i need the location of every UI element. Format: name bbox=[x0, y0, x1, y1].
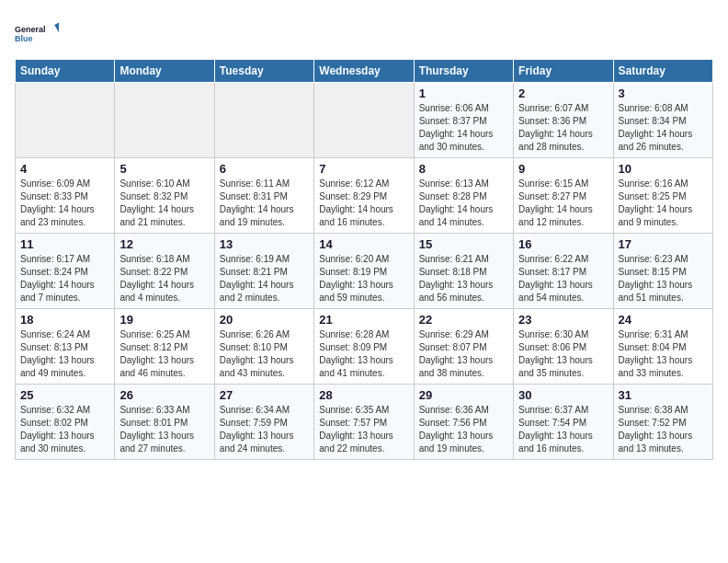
day-number: 27 bbox=[220, 388, 309, 402]
calendar-cell: 25Sunrise: 6:32 AM Sunset: 8:02 PM Dayli… bbox=[16, 385, 115, 460]
weekday-header: Tuesday bbox=[214, 60, 313, 83]
day-number: 5 bbox=[119, 162, 209, 176]
calendar-table: SundayMondayTuesdayWednesdayThursdayFrid… bbox=[15, 59, 713, 460]
day-info: Sunrise: 6:36 AM Sunset: 7:56 PM Dayligh… bbox=[419, 404, 508, 455]
day-info: Sunrise: 6:13 AM Sunset: 8:28 PM Dayligh… bbox=[419, 178, 508, 229]
calendar-cell: 31Sunrise: 6:38 AM Sunset: 7:52 PM Dayli… bbox=[613, 385, 712, 460]
calendar-cell: 20Sunrise: 6:26 AM Sunset: 8:10 PM Dayli… bbox=[214, 309, 313, 385]
svg-marker-2 bbox=[54, 22, 59, 34]
calendar-cell: 27Sunrise: 6:34 AM Sunset: 7:59 PM Dayli… bbox=[214, 385, 313, 460]
calendar-cell bbox=[115, 83, 214, 158]
day-number: 11 bbox=[20, 237, 109, 251]
day-info: Sunrise: 6:25 AM Sunset: 8:12 PM Dayligh… bbox=[119, 328, 209, 380]
calendar-week-row: 4Sunrise: 6:09 AM Sunset: 8:33 PM Daylig… bbox=[16, 158, 713, 234]
day-number: 23 bbox=[518, 313, 608, 327]
day-number: 12 bbox=[119, 237, 209, 251]
weekday-header: Friday bbox=[514, 60, 613, 83]
calendar-cell: 5Sunrise: 6:10 AM Sunset: 8:32 PM Daylig… bbox=[115, 158, 214, 234]
day-number: 30 bbox=[518, 388, 608, 402]
day-number: 24 bbox=[619, 313, 708, 327]
day-info: Sunrise: 6:19 AM Sunset: 8:21 PM Dayligh… bbox=[220, 253, 309, 304]
day-number: 9 bbox=[518, 162, 608, 176]
day-info: Sunrise: 6:35 AM Sunset: 7:57 PM Dayligh… bbox=[319, 404, 408, 455]
weekday-header: Thursday bbox=[414, 60, 513, 83]
svg-text:General: General bbox=[15, 25, 46, 34]
calendar-header-row: SundayMondayTuesdayWednesdayThursdayFrid… bbox=[16, 60, 713, 83]
calendar-cell: 15Sunrise: 6:21 AM Sunset: 8:18 PM Dayli… bbox=[414, 234, 513, 309]
day-info: Sunrise: 6:30 AM Sunset: 8:06 PM Dayligh… bbox=[518, 328, 608, 380]
day-info: Sunrise: 6:08 AM Sunset: 8:34 PM Dayligh… bbox=[619, 102, 708, 154]
calendar-cell: 21Sunrise: 6:28 AM Sunset: 8:09 PM Dayli… bbox=[314, 309, 414, 385]
calendar-cell: 1Sunrise: 6:06 AM Sunset: 8:37 PM Daylig… bbox=[414, 83, 513, 158]
calendar-week-row: 18Sunrise: 6:24 AM Sunset: 8:13 PM Dayli… bbox=[16, 309, 713, 385]
svg-text:Blue: Blue bbox=[15, 34, 33, 43]
weekday-header: Sunday bbox=[16, 60, 115, 83]
day-info: Sunrise: 6:16 AM Sunset: 8:25 PM Dayligh… bbox=[619, 178, 708, 229]
calendar-cell: 3Sunrise: 6:08 AM Sunset: 8:34 PM Daylig… bbox=[613, 83, 712, 158]
day-info: Sunrise: 6:28 AM Sunset: 8:09 PM Dayligh… bbox=[319, 328, 408, 380]
day-info: Sunrise: 6:17 AM Sunset: 8:24 PM Dayligh… bbox=[20, 253, 109, 304]
day-number: 28 bbox=[319, 388, 408, 402]
day-number: 13 bbox=[220, 237, 309, 251]
day-info: Sunrise: 6:34 AM Sunset: 7:59 PM Dayligh… bbox=[220, 404, 309, 455]
day-info: Sunrise: 6:20 AM Sunset: 8:19 PM Dayligh… bbox=[319, 253, 408, 304]
calendar-cell: 7Sunrise: 6:12 AM Sunset: 8:29 PM Daylig… bbox=[314, 158, 414, 234]
day-number: 17 bbox=[619, 237, 708, 251]
day-number: 26 bbox=[119, 388, 209, 402]
calendar-cell: 14Sunrise: 6:20 AM Sunset: 8:19 PM Dayli… bbox=[314, 234, 414, 309]
calendar-week-row: 1Sunrise: 6:06 AM Sunset: 8:37 PM Daylig… bbox=[16, 83, 713, 158]
calendar-cell: 22Sunrise: 6:29 AM Sunset: 8:07 PM Dayli… bbox=[414, 309, 513, 385]
day-info: Sunrise: 6:18 AM Sunset: 8:22 PM Dayligh… bbox=[119, 253, 209, 304]
calendar-cell: 30Sunrise: 6:37 AM Sunset: 7:54 PM Dayli… bbox=[514, 385, 613, 460]
calendar-cell: 6Sunrise: 6:11 AM Sunset: 8:31 PM Daylig… bbox=[214, 158, 313, 234]
calendar-cell: 9Sunrise: 6:15 AM Sunset: 8:27 PM Daylig… bbox=[514, 158, 613, 234]
day-info: Sunrise: 6:32 AM Sunset: 8:02 PM Dayligh… bbox=[20, 404, 109, 455]
day-number: 20 bbox=[220, 313, 309, 327]
day-info: Sunrise: 6:33 AM Sunset: 8:01 PM Dayligh… bbox=[119, 404, 209, 455]
day-info: Sunrise: 6:22 AM Sunset: 8:17 PM Dayligh… bbox=[518, 253, 608, 304]
calendar-cell: 13Sunrise: 6:19 AM Sunset: 8:21 PM Dayli… bbox=[214, 234, 313, 309]
day-info: Sunrise: 6:29 AM Sunset: 8:07 PM Dayligh… bbox=[419, 328, 508, 380]
day-info: Sunrise: 6:10 AM Sunset: 8:32 PM Dayligh… bbox=[119, 178, 209, 229]
day-number: 15 bbox=[419, 237, 508, 251]
page-header: General Blue bbox=[15, 15, 713, 52]
calendar-cell: 4Sunrise: 6:09 AM Sunset: 8:33 PM Daylig… bbox=[16, 158, 115, 234]
calendar-cell: 24Sunrise: 6:31 AM Sunset: 8:04 PM Dayli… bbox=[613, 309, 712, 385]
day-number: 21 bbox=[319, 313, 408, 327]
day-info: Sunrise: 6:21 AM Sunset: 8:18 PM Dayligh… bbox=[419, 253, 508, 304]
day-number: 10 bbox=[619, 162, 708, 176]
day-info: Sunrise: 6:12 AM Sunset: 8:29 PM Dayligh… bbox=[319, 178, 408, 229]
weekday-header: Saturday bbox=[613, 60, 712, 83]
day-number: 6 bbox=[220, 162, 309, 176]
day-number: 1 bbox=[419, 86, 508, 100]
calendar-cell bbox=[16, 83, 115, 158]
day-number: 19 bbox=[119, 313, 209, 327]
day-info: Sunrise: 6:38 AM Sunset: 7:52 PM Dayligh… bbox=[619, 404, 708, 455]
calendar-cell: 17Sunrise: 6:23 AM Sunset: 8:15 PM Dayli… bbox=[613, 234, 712, 309]
calendar-cell: 8Sunrise: 6:13 AM Sunset: 8:28 PM Daylig… bbox=[414, 158, 513, 234]
day-info: Sunrise: 6:26 AM Sunset: 8:10 PM Dayligh… bbox=[220, 328, 309, 380]
day-number: 7 bbox=[319, 162, 408, 176]
day-number: 31 bbox=[619, 388, 708, 402]
day-number: 14 bbox=[319, 237, 408, 251]
calendar-cell: 11Sunrise: 6:17 AM Sunset: 8:24 PM Dayli… bbox=[16, 234, 115, 309]
calendar-cell: 12Sunrise: 6:18 AM Sunset: 8:22 PM Dayli… bbox=[115, 234, 214, 309]
day-info: Sunrise: 6:07 AM Sunset: 8:36 PM Dayligh… bbox=[518, 102, 608, 154]
logo: General Blue bbox=[15, 15, 59, 52]
weekday-header: Wednesday bbox=[314, 60, 414, 83]
day-number: 8 bbox=[419, 162, 508, 176]
day-number: 29 bbox=[419, 388, 508, 402]
calendar-cell: 16Sunrise: 6:22 AM Sunset: 8:17 PM Dayli… bbox=[514, 234, 613, 309]
day-info: Sunrise: 6:15 AM Sunset: 8:27 PM Dayligh… bbox=[518, 178, 608, 229]
calendar-cell bbox=[314, 83, 414, 158]
day-number: 18 bbox=[20, 313, 109, 327]
day-info: Sunrise: 6:06 AM Sunset: 8:37 PM Dayligh… bbox=[419, 102, 508, 154]
calendar-cell: 26Sunrise: 6:33 AM Sunset: 8:01 PM Dayli… bbox=[115, 385, 214, 460]
calendar-cell: 29Sunrise: 6:36 AM Sunset: 7:56 PM Dayli… bbox=[414, 385, 513, 460]
logo-icon: General Blue bbox=[15, 15, 59, 52]
day-info: Sunrise: 6:09 AM Sunset: 8:33 PM Dayligh… bbox=[20, 178, 109, 229]
day-number: 4 bbox=[20, 162, 109, 176]
day-info: Sunrise: 6:31 AM Sunset: 8:04 PM Dayligh… bbox=[619, 328, 708, 380]
day-number: 16 bbox=[518, 237, 608, 251]
day-info: Sunrise: 6:37 AM Sunset: 7:54 PM Dayligh… bbox=[518, 404, 608, 455]
